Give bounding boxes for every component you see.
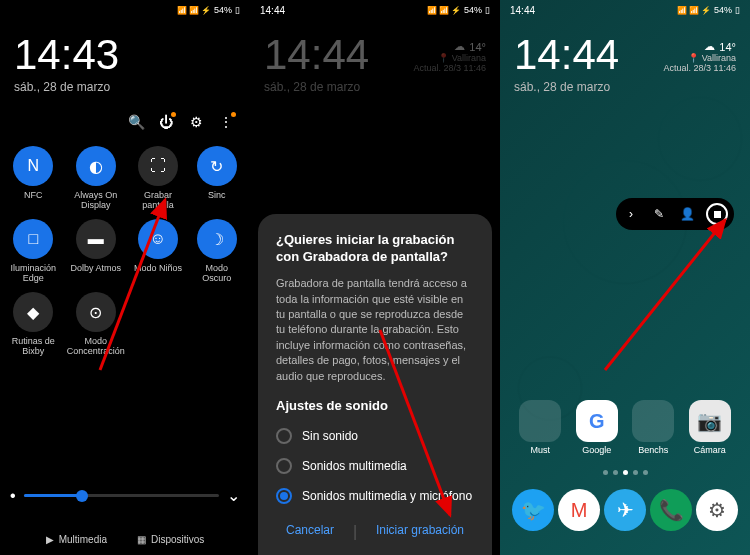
radio-option-0[interactable]: Sin sonido	[276, 421, 474, 451]
tile-icon: ↻	[197, 146, 237, 186]
quick-settings-actions: 🔍 ⏻ ⚙ ⋮	[0, 108, 250, 136]
qs-tiles: NNFC◐Always On Display⛶Grabar pantalla↻S…	[0, 136, 250, 367]
search-icon[interactable]: 🔍	[128, 114, 144, 130]
qs-tile-5[interactable]: ▬Dolby Atmos	[67, 219, 125, 284]
more-icon[interactable]: ⋮	[218, 114, 234, 130]
app-cámara[interactable]: 📷Cámara	[689, 400, 731, 455]
dialog-title: ¿Quieres iniciar la grabación con Grabad…	[276, 232, 474, 266]
status-icons: 📶 📶 ⚡54%▯	[427, 5, 490, 15]
brightness-low-icon: •	[10, 487, 16, 505]
tile-label: Rutinas de Bixby	[8, 337, 59, 357]
radio-option-2[interactable]: Sonidos multimedia y micrófono	[276, 481, 474, 511]
pencil-icon[interactable]: ✎	[650, 205, 668, 223]
clock-date: sáb., 28 de marzo	[14, 80, 236, 94]
weather-widget[interactable]: ☁14° 📍 Vallirana Actual. 28/3 11:46	[413, 40, 486, 73]
radio-label: Sonidos multimedia	[302, 459, 407, 473]
cancel-button[interactable]: Cancelar	[286, 523, 334, 541]
tile-label: Modo Oscuro	[191, 264, 242, 284]
power-icon[interactable]: ⏻	[158, 114, 174, 130]
qs-tile-0[interactable]: NNFC	[8, 146, 59, 211]
tile-icon: ☺	[138, 219, 178, 259]
record-dialog: ¿Quieres iniciar la grabación con Grabad…	[258, 214, 492, 555]
weather-widget[interactable]: ☁14° 📍 Vallirana Actual. 28/3 11:46	[663, 40, 736, 73]
app-must[interactable]: Must	[519, 400, 561, 455]
recording-pill: › ✎ 👤	[616, 198, 734, 230]
gear-icon[interactable]: ⚙	[188, 114, 204, 130]
tile-icon: ◆	[13, 292, 53, 332]
screen-home: 14:44 📶 📶 ⚡54%▯ 14:44 sáb., 28 de marzo …	[500, 0, 750, 555]
app-label: Benchs	[638, 445, 668, 455]
qs-tile-9[interactable]: ⊙Modo Concentración	[67, 292, 125, 357]
chevron-right-icon[interactable]: ›	[622, 205, 640, 223]
chevron-down-icon[interactable]: ⌄	[227, 486, 240, 505]
tile-icon: ☽	[197, 219, 237, 259]
status-bar: 14:44 📶 📶 ⚡54%▯	[500, 0, 750, 20]
qs-tile-2[interactable]: ⛶Grabar pantalla	[133, 146, 184, 211]
status-bar: 14:44 📶 📶 ⚡54%▯	[250, 0, 500, 20]
radio-label: Sin sonido	[302, 429, 358, 443]
tile-label: Iluminación Edge	[8, 264, 59, 284]
tab-devices[interactable]: ▦ Dispositivos	[137, 534, 204, 545]
tile-label: Modo Niños	[134, 264, 182, 284]
dock-app-0[interactable]: 🐦	[512, 489, 554, 531]
clock-date: sáb., 28 de marzo	[264, 80, 486, 94]
clock-time: 14:43	[14, 34, 236, 76]
bottom-tabs: ▶ Multimedia ▦ Dispositivos	[0, 534, 250, 545]
status-time: 14:44	[260, 5, 285, 16]
brightness-slider[interactable]: • ⌄	[10, 486, 240, 505]
screen-dialog: 14:44 📶 📶 ⚡54%▯ 14:44 sáb., 28 de marzo …	[250, 0, 500, 555]
radio-icon	[276, 428, 292, 444]
cloud-icon: ☁	[704, 40, 715, 53]
app-icon: 📷	[689, 400, 731, 442]
cloud-icon: ☁	[454, 40, 465, 53]
tile-icon: ▬	[76, 219, 116, 259]
dock: 🐦M✈📞⚙	[510, 489, 740, 531]
tile-label: Always On Display	[67, 191, 125, 211]
folder-icon	[519, 400, 561, 442]
qs-tile-3[interactable]: ↻Sinc	[191, 146, 242, 211]
radio-option-1[interactable]: Sonidos multimedia	[276, 451, 474, 481]
app-label: Google	[582, 445, 611, 455]
page-indicator	[500, 470, 750, 475]
screen-quick-settings: 📶 📶 ⚡54%▯ 14:43 sáb., 28 de marzo 🔍 ⏻ ⚙ …	[0, 0, 250, 555]
person-icon[interactable]: 👤	[678, 205, 696, 223]
dock-app-2[interactable]: ✈	[604, 489, 646, 531]
radio-icon	[276, 488, 292, 504]
tile-icon: N	[13, 146, 53, 186]
home-apps-row: MustGGoogleBenchs📷Cámara	[500, 400, 750, 455]
tile-icon: ◐	[76, 146, 116, 186]
app-google[interactable]: GGoogle	[576, 400, 618, 455]
tab-multimedia[interactable]: ▶ Multimedia	[46, 534, 107, 545]
tile-label: Sinc	[208, 191, 226, 211]
status-time: 14:44	[510, 5, 535, 16]
app-benchs[interactable]: Benchs	[632, 400, 674, 455]
qs-tile-8[interactable]: ◆Rutinas de Bixby	[8, 292, 59, 357]
qs-tile-4[interactable]: □Iluminación Edge	[8, 219, 59, 284]
tile-icon: ⛶	[138, 146, 178, 186]
qs-tile-7[interactable]: ☽Modo Oscuro	[191, 219, 242, 284]
tile-label: Grabar pantalla	[133, 191, 184, 211]
dialog-section-title: Ajustes de sonido	[276, 398, 474, 413]
dialog-body: Grabadora de pantalla tendrá acceso a to…	[276, 276, 474, 384]
stop-button[interactable]	[706, 203, 728, 225]
app-icon: G	[576, 400, 618, 442]
app-label: Cámara	[694, 445, 726, 455]
dock-app-1[interactable]: M	[558, 489, 600, 531]
dock-app-4[interactable]: ⚙	[696, 489, 738, 531]
tile-icon: ⊙	[76, 292, 116, 332]
tile-label: Modo Concentración	[67, 337, 125, 357]
status-icons: 📶 📶 ⚡54%▯	[677, 5, 740, 15]
tile-label: NFC	[24, 191, 43, 211]
svg-line-5	[605, 220, 725, 370]
clock-area: 14:43 sáb., 28 de marzo	[0, 20, 250, 108]
qs-tile-6[interactable]: ☺Modo Niños	[133, 219, 184, 284]
qs-tile-1[interactable]: ◐Always On Display	[67, 146, 125, 211]
folder-icon	[632, 400, 674, 442]
status-icons: 📶 📶 ⚡54%▯	[177, 5, 240, 15]
radio-label: Sonidos multimedia y micrófono	[302, 489, 472, 503]
dock-app-3[interactable]: 📞	[650, 489, 692, 531]
radio-icon	[276, 458, 292, 474]
app-label: Must	[530, 445, 550, 455]
confirm-button[interactable]: Iniciar grabación	[376, 523, 464, 541]
tile-label: Dolby Atmos	[70, 264, 121, 284]
